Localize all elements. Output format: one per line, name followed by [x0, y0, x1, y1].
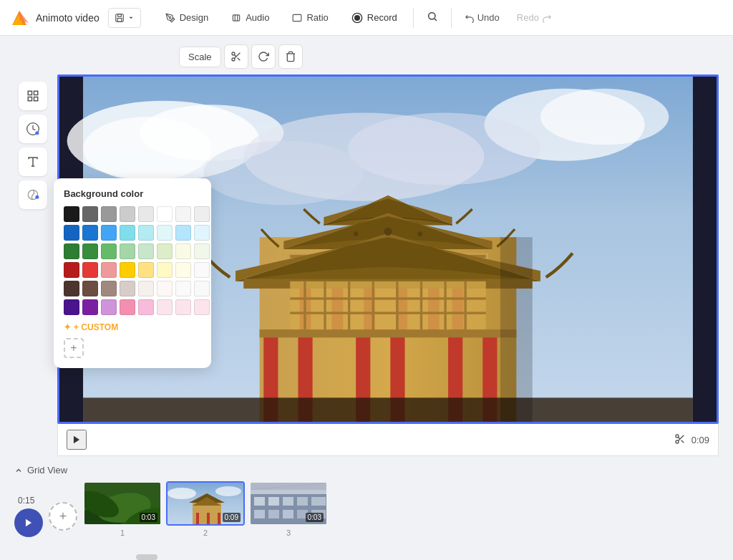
record-button[interactable]: Record — [341, 7, 407, 29]
svg-point-10 — [354, 15, 360, 21]
color-swatch-18[interactable] — [82, 243, 98, 259]
scissors-icon — [230, 51, 242, 62]
color-swatch-38[interactable] — [157, 281, 173, 296]
style-icon — [26, 188, 40, 202]
color-swatch-42[interactable] — [82, 299, 98, 315]
color-swatch-3[interactable] — [101, 206, 117, 222]
ratio-icon — [292, 13, 302, 23]
audio-button[interactable]: Audio — [221, 7, 279, 28]
color-swatch-14[interactable] — [157, 225, 173, 241]
audio-icon — [231, 13, 241, 23]
color-swatch-26[interactable] — [82, 262, 98, 278]
editor-area: Background color ✦ + CUSTOM + — [14, 74, 719, 456]
add-custom-color-button[interactable]: + — [64, 338, 84, 358]
color-swatch-41[interactable] — [64, 299, 79, 315]
color-swatch-19[interactable] — [101, 243, 117, 259]
clip-2[interactable]: 0:09 — [166, 481, 245, 526]
color-swatch-47[interactable] — [175, 299, 191, 315]
svg-rect-96 — [268, 497, 279, 506]
scroll-tab[interactable] — [136, 554, 157, 560]
color-swatch-24[interactable] — [194, 243, 210, 259]
redo-button[interactable]: Redo — [510, 7, 559, 28]
clip-1[interactable]: 0:03 — [83, 481, 162, 526]
svg-rect-61 — [324, 281, 326, 329]
color-grid — [64, 206, 201, 315]
color-swatch-46[interactable] — [157, 299, 173, 315]
color-swatch-2[interactable] — [82, 206, 98, 222]
svg-rect-7 — [235, 14, 238, 20]
app-title: Animoto video — [36, 12, 99, 24]
color-swatch-21[interactable] — [138, 243, 154, 259]
color-swatch-11[interactable] — [101, 225, 117, 241]
color-swatch-17[interactable] — [64, 243, 79, 259]
rotate-button[interactable] — [251, 44, 276, 69]
color-swatch-1[interactable] — [64, 206, 79, 222]
svg-rect-65 — [420, 281, 422, 329]
color-swatch-4[interactable] — [120, 206, 135, 222]
color-tool-button[interactable] — [19, 115, 47, 143]
color-swatch-44[interactable] — [120, 299, 135, 315]
clip-1-duration: 0:03 — [140, 513, 157, 522]
color-swatch-6[interactable] — [157, 206, 173, 222]
scale-button[interactable]: Scale — [179, 47, 221, 67]
color-swatch-9[interactable] — [64, 225, 79, 241]
thumbnails-wrapper: 0:03 — [83, 481, 328, 551]
custom-color-label[interactable]: ✦ + CUSTOM — [64, 322, 201, 332]
color-swatch-13[interactable] — [138, 225, 154, 241]
svg-marker-75 — [26, 519, 31, 527]
color-swatch-25[interactable] — [64, 262, 79, 278]
color-swatch-37[interactable] — [138, 281, 154, 296]
style-tool-button[interactable] — [19, 180, 47, 209]
layout-tool-button[interactable] — [19, 82, 47, 110]
svg-rect-90 — [207, 513, 210, 526]
color-swatch-20[interactable] — [120, 243, 135, 259]
svg-rect-63 — [372, 281, 374, 329]
save-button[interactable] — [108, 8, 141, 28]
trash-icon — [285, 51, 296, 62]
svg-rect-91 — [218, 513, 220, 526]
color-swatch-34[interactable] — [82, 281, 98, 296]
svg-point-31 — [203, 141, 364, 206]
color-swatch-12[interactable] — [120, 225, 135, 241]
ratio-button[interactable]: Ratio — [282, 7, 338, 28]
color-swatch-30[interactable] — [157, 262, 173, 278]
color-swatch-40[interactable] — [194, 281, 210, 296]
app-logo-icon — [9, 7, 30, 29]
text-tool-button[interactable] — [19, 148, 47, 176]
color-swatch-28[interactable] — [120, 262, 135, 278]
color-swatch-27[interactable] — [101, 262, 117, 278]
color-swatch-16[interactable] — [194, 225, 210, 241]
color-swatch-7[interactable] — [175, 206, 191, 222]
add-clip-button[interactable]: + — [49, 502, 77, 531]
color-swatch-35[interactable] — [101, 281, 117, 296]
design-button[interactable]: Design — [155, 7, 218, 28]
color-swatch-36[interactable] — [120, 281, 135, 296]
play-button[interactable] — [67, 430, 87, 450]
color-swatch-48[interactable] — [194, 299, 210, 315]
undo-button[interactable]: Undo — [457, 7, 507, 28]
color-swatch-10[interactable] — [82, 225, 98, 241]
color-swatch-45[interactable] — [138, 299, 154, 315]
color-swatch-43[interactable] — [101, 299, 117, 315]
timeline-play-button[interactable] — [14, 508, 43, 537]
color-swatch-39[interactable] — [175, 281, 191, 296]
color-swatch-15[interactable] — [175, 225, 191, 241]
color-swatch-22[interactable] — [157, 243, 173, 259]
color-swatch-31[interactable] — [175, 262, 191, 278]
svg-point-11 — [428, 13, 435, 19]
color-swatch-8[interactable] — [194, 206, 210, 222]
delete-button[interactable] — [278, 44, 303, 69]
color-swatch-29[interactable] — [138, 262, 154, 278]
color-swatch-33[interactable] — [64, 281, 79, 296]
grid-view-header[interactable]: Grid View — [14, 465, 719, 475]
svg-rect-97 — [283, 497, 293, 506]
color-swatch-23[interactable] — [175, 243, 191, 259]
color-swatch-32[interactable] — [194, 262, 210, 278]
undo-icon — [465, 13, 475, 23]
color-swatch-5[interactable] — [138, 206, 154, 222]
clip-3[interactable]: 0:03 — [249, 481, 328, 526]
search-button[interactable] — [419, 6, 445, 29]
timeline-play-icon — [24, 518, 34, 528]
trim-controls-icon[interactable] — [674, 433, 686, 447]
trim-button[interactable] — [224, 44, 248, 69]
